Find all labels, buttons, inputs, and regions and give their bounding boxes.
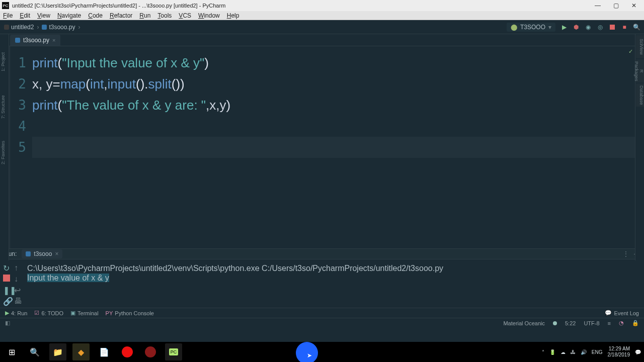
run-tab[interactable]: t3sooo × [22,249,62,258]
tray-battery-icon[interactable]: 🔋 [549,349,555,355]
line-ending-icon[interactable]: ≡ [608,320,611,326]
tool-rpackages[interactable]: R Packages [636,59,644,82]
tool-terminal[interactable]: ▣Terminal [70,310,99,316]
notifications-icon[interactable]: 💬 [635,349,641,355]
tray-volume-icon[interactable]: 🔊 [581,349,587,355]
notepad-icon[interactable]: 📄 [96,343,113,360]
menu-file[interactable]: File [3,12,13,19]
menu-vcs[interactable]: VCS [179,12,191,19]
menu-refactor[interactable]: Refactor [110,12,132,19]
menu-window[interactable]: Window [198,12,220,19]
maximize-button[interactable]: ▢ [610,2,622,9]
tab-close-icon[interactable]: × [52,37,55,43]
run-config-name: T3SOOO [520,24,545,31]
gutter: 1 2 3 4 5 [10,46,32,248]
close-button[interactable]: ✕ [628,2,640,9]
lock-icon[interactable]: 🔒 [632,320,639,326]
tool-project[interactable]: 1: Project [1,44,9,79]
rerun-icon[interactable]: ↻ [3,263,10,270]
recorder-icon[interactable] [142,343,159,360]
sublime-icon[interactable]: ◆ [72,343,90,360]
pycharm-taskbar-icon[interactable]: PC [165,343,182,360]
caret-position[interactable]: 5:22 [565,320,576,326]
opera-icon[interactable] [119,343,136,360]
tool-python-console[interactable]: PYPython Console [106,310,154,316]
theme-dot-icon [553,321,557,325]
menu-edit[interactable]: Edit [20,12,30,19]
menu-view[interactable]: View [37,12,50,19]
print-icon[interactable]: 🖶 [14,297,21,304]
menu-navigate[interactable]: Navigate [57,12,81,19]
search-button[interactable]: 🔍 [26,343,43,360]
pause-icon[interactable]: ❚❚ [3,286,10,293]
more-icon[interactable]: ⋮ [623,250,629,257]
app-icon: PC [2,2,9,9]
tab-filename: t3sooo.py [23,37,49,44]
editor-tab[interactable]: t3sooo.py × [10,35,61,46]
chevron-right-icon: › [78,24,80,31]
minimize-button[interactable]: — [592,2,604,9]
softwrap-icon[interactable]: ↩ [14,286,21,293]
tool-run[interactable]: ▶4: Run [5,310,27,316]
tray-chevron-icon[interactable]: ˄ [542,349,544,355]
code-editor[interactable]: print("Input the value of x & y") x, y =… [32,46,635,248]
menu-help[interactable]: Help [227,12,239,19]
file-explorer-icon[interactable]: 📁 [49,343,66,360]
debug-button[interactable]: ⬢ [573,24,580,31]
start-button[interactable]: ⊞ [3,343,20,360]
event-log[interactable]: 💬Event Log [605,310,639,316]
tool-windows-icon[interactable]: ◧ [5,320,10,326]
tool-todo[interactable]: ☑6: TODO [34,310,63,316]
search-icon[interactable]: 🔍 [633,24,640,31]
inspection-ok-icon: ✓ [628,48,633,55]
stop-all-button[interactable]: ■ [621,24,628,31]
cursor-icon: ➤ [307,352,312,359]
menu-code[interactable]: Code [88,12,103,19]
window-title: untitled2 [C:\Users\t3so\PycharmProjects… [12,3,592,9]
tool-structure[interactable]: 7: Structure [1,89,9,125]
run-config-selector[interactable]: ⬤ T3SOOO ▾ [507,23,555,32]
stop-icon[interactable] [3,275,10,282]
inspection-icon[interactable]: ◔ [619,320,624,326]
console-output[interactable]: C:\Users\t3so\PycharmProjects\untitled2\… [24,259,644,308]
tray-cloud-icon[interactable]: ☁ [560,349,566,355]
run-button[interactable]: ▶ [560,24,568,31]
up-icon[interactable]: ↑ [14,263,21,270]
stop-button[interactable] [609,24,616,31]
windows-taskbar: ⊞ 🔍 📁 ◆ 📄 PC ˄ 🔋 ☁ 🖧 🔊 ENG 12:29 AM 2/18… [0,342,644,362]
menu-tools[interactable]: Tools [157,12,172,19]
tray-language[interactable]: ENG [592,349,603,355]
chevron-down-icon: ▾ [548,24,551,31]
menu-run[interactable]: Run [139,12,150,19]
menubar: File Edit View Navigate Code Refactor Ru… [0,11,644,20]
breadcrumb-file[interactable]: t3sooo.py [42,24,75,31]
system-clock[interactable]: 12:29 AM 2/18/2019 [608,346,630,358]
down-icon[interactable]: ↓ [14,275,21,282]
profile-button[interactable]: ◎ [597,24,604,31]
tray-network-icon[interactable]: 🖧 [571,349,576,355]
link-icon[interactable]: 🔗 [3,297,10,304]
tool-favorites[interactable]: 2: Favorites [1,135,9,170]
chevron-right-icon: › [37,24,39,31]
tool-sciview[interactable]: SciView [636,35,644,58]
encoding[interactable]: UTF-8 [584,320,599,326]
coverage-button[interactable]: ◉ [585,24,592,31]
theme-name: Material Oceanic [503,320,545,326]
run-tab-close-icon[interactable]: × [55,250,58,257]
tool-database[interactable]: Database [636,83,644,107]
breadcrumb-project[interactable]: untitled2 [4,24,34,31]
